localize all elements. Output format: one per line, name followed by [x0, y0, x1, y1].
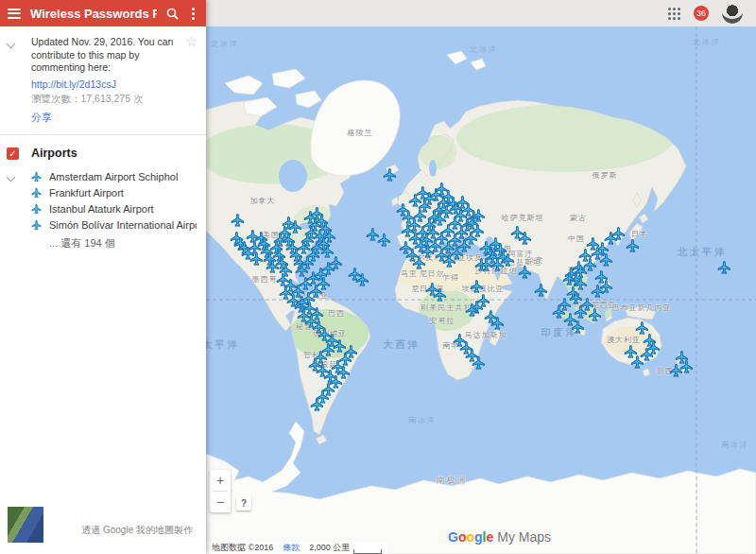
- airport-marker[interactable]: [383, 167, 398, 182]
- airport-name: Frankfurt Airport: [49, 187, 197, 199]
- airport-marker[interactable]: [282, 216, 297, 231]
- star-icon[interactable]: ☆: [185, 36, 198, 47]
- zoom-in-button[interactable]: +: [210, 470, 231, 491]
- help-button[interactable]: ?: [236, 495, 251, 511]
- description-panel: ☆ Updated Nov. 29, 2016. You can contrib…: [0, 26, 206, 135]
- airport-marker[interactable]: [465, 303, 480, 318]
- list-item-airport[interactable]: Amsterdam Airport Schiphol: [31, 169, 197, 185]
- terms-link[interactable]: 條款: [283, 542, 300, 554]
- airport-marker[interactable]: [433, 287, 448, 303]
- airport-marker[interactable]: [518, 265, 533, 280]
- airport-marker[interactable]: [408, 193, 423, 208]
- logo-letter: G: [448, 529, 458, 545]
- sidebar-header: Wireless Passwords Fr...: [0, 0, 206, 26]
- sidebar: Wireless Passwords Fr... ☆ Updated Nov. …: [0, 0, 206, 554]
- google-topbar: 36: [206, 0, 756, 26]
- logo-letter: g: [474, 529, 483, 545]
- airplane-icon: [31, 171, 43, 182]
- avatar[interactable]: [722, 3, 743, 24]
- map-attribution: 地图数据 ©2016 條款 2,000 公里: [206, 542, 387, 554]
- airport-marker[interactable]: [310, 397, 325, 412]
- search-icon[interactable]: [166, 8, 179, 20]
- airport-marker[interactable]: [490, 257, 506, 272]
- more-options-icon[interactable]: [188, 8, 198, 20]
- airport-marker[interactable]: [586, 236, 601, 251]
- view-count: 瀏覽次數：17,613,275 次: [31, 92, 181, 106]
- airport-marker[interactable]: [317, 276, 332, 291]
- airport-name: Istanbul Ataturk Airport: [49, 203, 197, 215]
- airport-marker[interactable]: [355, 272, 370, 287]
- scale-bar: [353, 549, 382, 554]
- airport-marker[interactable]: [534, 283, 549, 298]
- list-item-airport[interactable]: Simón Bolívar International Airport of M…: [31, 217, 197, 234]
- map-canvas[interactable]: 北冰洋北冰洋北冰洋北太平洋北大西洋太平洋大西洋印度洋南冰洋南冰洋南极洲格陵兰加拿…: [206, 26, 756, 554]
- airport-marker[interactable]: [412, 255, 427, 270]
- airport-marker[interactable]: [624, 344, 639, 359]
- airport-marker[interactable]: [472, 208, 487, 223]
- google-my-maps-logo[interactable]: GoogleMy Maps: [448, 529, 551, 545]
- notifications-badge[interactable]: 36: [694, 6, 709, 21]
- my-maps-label: My Maps: [497, 529, 551, 545]
- airplane-icon: [31, 219, 43, 231]
- collapse-layer-icon[interactable]: [8, 173, 15, 181]
- map-title: Wireless Passwords Fr...: [30, 7, 157, 21]
- airplane-icon: [31, 187, 43, 199]
- list-item-airport[interactable]: Frankfurt Airport: [31, 185, 197, 201]
- apps-grid-icon[interactable]: [668, 8, 680, 20]
- layer-title: Airports: [31, 147, 197, 160]
- made-with-caption: 透過 Google 我的地圖製作: [81, 524, 193, 537]
- zoom-out-button[interactable]: −: [210, 492, 231, 512]
- airport-name: Simón Bolívar International Airport of M…: [49, 219, 197, 231]
- share-link[interactable]: 分享: [31, 112, 52, 125]
- scale-text: 2,000 公里: [309, 542, 350, 554]
- layers-panel: ✓ Airports Amsterdam Airport Schiphol Fr…: [0, 135, 206, 260]
- airport-marker[interactable]: [518, 231, 533, 246]
- airport-marker[interactable]: [297, 308, 312, 323]
- airport-marker[interactable]: [669, 363, 684, 378]
- airport-marker[interactable]: [470, 279, 485, 294]
- layer-checkbox[interactable]: ✓: [7, 147, 19, 160]
- airport-marker[interactable]: [611, 226, 627, 241]
- logo-letter: e: [486, 529, 493, 545]
- description-text: Updated Nov. 29, 2016. You can contribut…: [31, 36, 175, 75]
- airport-marker[interactable]: [490, 316, 506, 331]
- airport-marker[interactable]: [472, 355, 487, 371]
- map-data-copyright: 地图数据 ©2016: [212, 542, 273, 554]
- bitly-link[interactable]: http://bit.ly/2d13csJ: [31, 78, 116, 92]
- zoom-control: + −: [210, 470, 231, 512]
- airport-marker[interactable]: [377, 233, 392, 248]
- basemap-thumbnail[interactable]: [8, 507, 43, 543]
- list-item-airport[interactable]: Istanbul Ataturk Airport: [31, 201, 197, 217]
- airport-marker[interactable]: [717, 260, 732, 275]
- logo-letter: o: [466, 529, 474, 545]
- airport-marker[interactable]: [571, 320, 586, 335]
- plane-markers: [206, 26, 756, 554]
- airport-marker[interactable]: [580, 297, 595, 312]
- airport-marker[interactable]: [344, 344, 359, 359]
- airport-name: Amsterdam Airport Schiphol: [49, 171, 197, 182]
- show-more-items[interactable]: ... 還有 194 個: [49, 236, 197, 251]
- collapse-description-icon[interactable]: [8, 40, 15, 47]
- sidebar-footer: 透過 Google 我的地圖製作: [0, 499, 206, 554]
- airport-marker[interactable]: [231, 213, 246, 228]
- airport-marker[interactable]: [626, 238, 641, 253]
- menu-icon[interactable]: [8, 9, 21, 19]
- airplane-icon: [31, 203, 43, 215]
- google-logo: Google: [448, 529, 493, 545]
- airport-marker[interactable]: [329, 255, 344, 270]
- my-maps-app: Wireless Passwords Fr... ☆ Updated Nov. …: [0, 0, 756, 554]
